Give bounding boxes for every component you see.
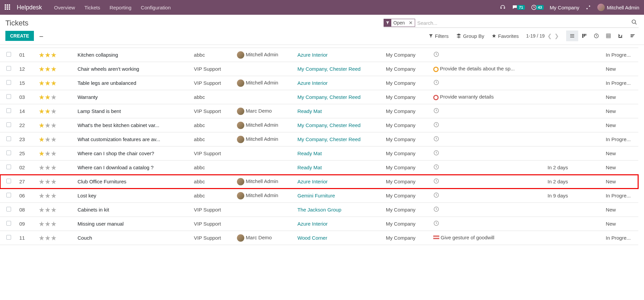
view-list-icon[interactable]: [566, 31, 578, 41]
table-row[interactable]: 08★★★Cabinets in kitVIP SupportThe Jacks…: [0, 203, 638, 217]
priority-star[interactable]: ★: [39, 220, 45, 228]
priority-star[interactable]: ★: [39, 178, 45, 185]
priority-star[interactable]: ★: [39, 192, 45, 199]
customer-link[interactable]: My Company, Chester Reed: [297, 136, 360, 142]
priority-star[interactable]: ★: [39, 79, 45, 87]
priority-star[interactable]: ★: [45, 220, 51, 228]
clock-icon[interactable]: [433, 178, 439, 185]
view-graph-icon[interactable]: [614, 31, 627, 41]
priority-star[interactable]: ★: [51, 150, 57, 157]
priority-star[interactable]: ★: [51, 94, 57, 101]
table-row[interactable]: 15★★★Table legs are unbalancedVIP Suppor…: [0, 76, 638, 90]
priority-star[interactable]: ★: [39, 108, 45, 115]
view-kanban-icon[interactable]: [578, 31, 590, 41]
row-checkbox[interactable]: [6, 80, 11, 85]
debug-icon[interactable]: [585, 4, 591, 10]
priority-star[interactable]: ★: [45, 178, 51, 185]
row-checkbox[interactable]: [6, 122, 11, 127]
table-row[interactable]: 03★★★WarrantyabbcMy Company, Chester Ree…: [0, 90, 638, 104]
table-row[interactable]: 01★★★Kitchen collapsingabbcMitchell Admi…: [0, 48, 638, 62]
row-checkbox[interactable]: [6, 136, 11, 141]
import-icon[interactable]: [39, 33, 44, 39]
row-checkbox[interactable]: [6, 108, 11, 113]
priority-star[interactable]: ★: [45, 51, 51, 59]
priority-star[interactable]: ★: [45, 234, 51, 242]
priority-star[interactable]: ★: [39, 94, 45, 101]
clock-icon[interactable]: [433, 122, 439, 129]
priority-star[interactable]: ★: [51, 178, 57, 185]
nav-overview[interactable]: Overview: [54, 5, 75, 10]
priority-star[interactable]: ★: [39, 164, 45, 171]
customer-link[interactable]: My Company, Chester Reed: [297, 122, 360, 128]
row-checkbox[interactable]: [6, 165, 11, 169]
priority-star[interactable]: ★: [51, 51, 57, 59]
priority-star[interactable]: ★: [51, 234, 57, 242]
clock-icon[interactable]: [433, 192, 439, 199]
priority-star[interactable]: ★: [51, 65, 57, 73]
apps-icon[interactable]: [5, 4, 11, 10]
view-pivot-icon[interactable]: [602, 31, 614, 41]
view-cohort-icon[interactable]: [627, 31, 639, 41]
activity-ring-icon[interactable]: [433, 95, 439, 100]
clock-icon[interactable]: [433, 108, 439, 115]
search-bar[interactable]: Open ✕: [384, 19, 639, 28]
priority-star[interactable]: ★: [51, 122, 57, 129]
table-row[interactable]: 06★★★Lost keyabbcMitchell AdminGemini Fu…: [0, 189, 638, 203]
priority-star[interactable]: ★: [39, 65, 45, 73]
priority-star[interactable]: ★: [45, 65, 51, 73]
priority-star[interactable]: ★: [39, 136, 45, 143]
customer-link[interactable]: Ready Mat: [297, 151, 322, 156]
activities-icon[interactable]: 43: [531, 4, 544, 10]
customer-link[interactable]: Azure Interior: [297, 179, 328, 184]
row-checkbox[interactable]: [6, 193, 11, 197]
priority-star[interactable]: ★: [51, 136, 57, 143]
priority-star[interactable]: ★: [51, 192, 57, 199]
groupby-button[interactable]: Group By: [456, 33, 484, 39]
table-row[interactable]: 12★★★Chair wheels aren't workingVIP Supp…: [0, 62, 638, 76]
priority-star[interactable]: ★: [51, 220, 57, 228]
activity-ring-icon[interactable]: [433, 67, 439, 72]
create-button[interactable]: CREATE: [5, 31, 34, 41]
priority-star[interactable]: ★: [45, 136, 51, 143]
priority-star[interactable]: ★: [51, 206, 57, 214]
clock-icon[interactable]: [433, 136, 439, 143]
row-checkbox[interactable]: [6, 151, 11, 155]
customer-link[interactable]: Gemini Furniture: [297, 193, 335, 198]
filters-button[interactable]: Filters: [429, 33, 449, 39]
priority-star[interactable]: ★: [39, 234, 45, 242]
row-checkbox[interactable]: [6, 52, 11, 57]
priority-star[interactable]: ★: [45, 108, 51, 115]
row-checkbox[interactable]: [6, 235, 11, 240]
flag-icon[interactable]: [433, 235, 439, 241]
customer-link[interactable]: Azure Interior: [297, 221, 328, 227]
priority-star[interactable]: ★: [51, 164, 57, 171]
priority-star[interactable]: ★: [45, 206, 51, 214]
table-row[interactable]: 02★★★Where can I download a catalog ?abb…: [0, 161, 638, 175]
nav-reporting[interactable]: Reporting: [110, 5, 132, 10]
table-row[interactable]: 25★★★Where can I shop the chair cover?VI…: [0, 146, 638, 161]
priority-star[interactable]: ★: [51, 79, 57, 87]
table-row[interactable]: 22★★★What's the best kitchen cabinet var…: [0, 118, 638, 132]
priority-star[interactable]: ★: [45, 79, 51, 87]
priority-star[interactable]: ★: [39, 206, 45, 214]
voip-icon[interactable]: [500, 4, 506, 10]
nav-configuration[interactable]: Configuration: [141, 5, 171, 10]
clock-icon[interactable]: [433, 206, 439, 214]
favorites-button[interactable]: Favorites: [492, 33, 519, 39]
customer-link[interactable]: Ready Mat: [297, 165, 322, 170]
row-checkbox[interactable]: [6, 207, 11, 212]
priority-star[interactable]: ★: [45, 122, 51, 129]
customer-link[interactable]: The Jackson Group: [297, 207, 341, 213]
table-row[interactable]: 09★★★Missing user manualVIP SupportAzure…: [0, 217, 638, 231]
search-icon[interactable]: [630, 19, 639, 27]
row-checkbox[interactable]: [6, 94, 11, 99]
table-row[interactable]: 14★★★Lamp Stand is bentVIP SupportMarc D…: [0, 104, 638, 118]
nav-tickets[interactable]: Tickets: [85, 5, 100, 10]
customer-link[interactable]: Wood Corner: [297, 235, 327, 241]
clock-icon[interactable]: [433, 51, 439, 59]
table-wrap[interactable]: 01★★★Kitchen collapsingabbcMitchell Admi…: [0, 45, 644, 293]
priority-star[interactable]: ★: [45, 192, 51, 199]
priority-star[interactable]: ★: [39, 150, 45, 157]
pager-next[interactable]: ❯: [554, 33, 559, 39]
priority-star[interactable]: ★: [45, 94, 51, 101]
